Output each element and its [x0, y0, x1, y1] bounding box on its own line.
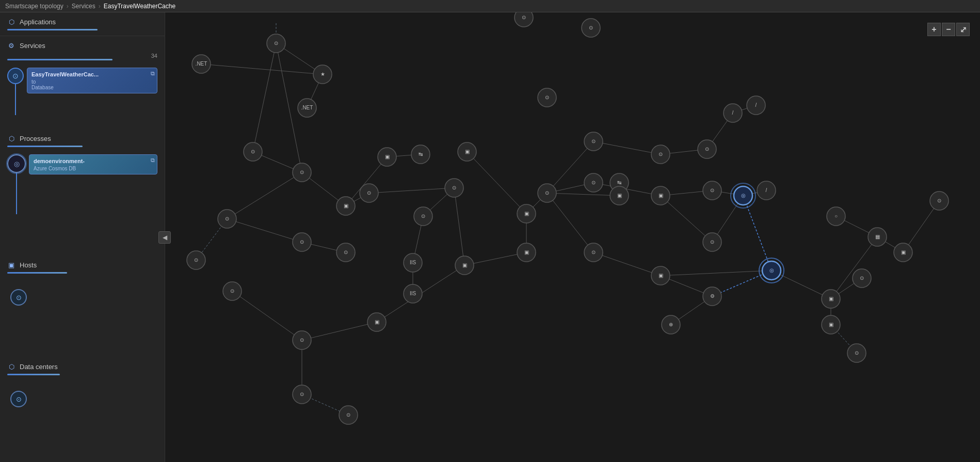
service-ext-link[interactable]: ⧉ — [151, 70, 155, 77]
topology-node-n7[interactable]: ⊙ — [244, 142, 262, 161]
svg-text:⊙: ⊙ — [522, 14, 526, 20]
breadcrumb-current: EasyTravelWeatherCache — [104, 3, 175, 10]
topology-node-n29[interactable]: ▣ — [517, 243, 536, 262]
topology-node-n15[interactable]: ▣ — [378, 148, 396, 166]
svg-text:▣: ▣ — [375, 319, 379, 325]
topology-node-n3[interactable]: .NET — [192, 55, 211, 73]
topology-node-n54[interactable]: ▣ — [894, 243, 912, 262]
svg-text:◎: ◎ — [769, 267, 774, 273]
topology-node-n6[interactable]: ⊙ — [582, 19, 600, 37]
process-item-demoenvironment[interactable]: ◎ ⧉ demoenvironment- Azure Cosmos DB — [7, 154, 157, 214]
topology-node-n2[interactable]: ★ — [313, 65, 332, 84]
topology-node-n8[interactable]: ⊙ — [293, 163, 311, 182]
breadcrumb: Smartscape topology › Services › EasyTra… — [0, 0, 980, 12]
edge — [547, 193, 593, 252]
topology-node-n19[interactable]: ⊙ — [414, 207, 432, 226]
collapse-sidebar-button[interactable]: ◀ — [158, 231, 171, 244]
zoom-out-button[interactable]: − — [942, 23, 955, 36]
processes-label: Processes — [20, 135, 51, 142]
topology-node-n11[interactable]: ⊙ — [187, 251, 205, 269]
topology-node-n24[interactable]: ⊙ — [339, 406, 358, 424]
topology-node-n22[interactable]: ⊙ — [293, 331, 311, 349]
datacenters-label: Data centers — [20, 363, 58, 371]
topology-node-n5[interactable]: ⊙ — [515, 12, 533, 27]
topology-node-n4[interactable]: .NET — [298, 99, 316, 117]
svg-text:IIS: IIS — [410, 260, 416, 265]
topology-node-n41[interactable]: ⊙ — [703, 233, 721, 251]
topology-node-n38[interactable]: ▣ — [651, 266, 670, 285]
zoom-in-button[interactable]: + — [927, 23, 941, 36]
topology-node-selected-easytravelweathercache[interactable]: ◎ — [731, 183, 756, 208]
process-card-demoenvironment[interactable]: ⧉ demoenvironment- Azure Cosmos DB — [29, 154, 157, 174]
topology-node-n26[interactable]: ▣ — [458, 142, 476, 161]
topology-node-n40[interactable]: ⊙ — [703, 181, 721, 200]
topology-node-n12[interactable]: ⊙ — [293, 233, 311, 251]
svg-text:IIS: IIS — [410, 291, 416, 296]
topology-node-n36[interactable]: ⊙ — [651, 145, 670, 164]
process-ext-link[interactable]: ⧉ — [151, 157, 155, 164]
edge — [227, 219, 302, 242]
process-node-icon[interactable]: ◎ — [7, 154, 26, 173]
topology-node-n27[interactable]: ⊙ — [538, 184, 556, 202]
topology-node-n23[interactable]: ⊙ — [293, 385, 311, 404]
topology-node-n1[interactable]: ⊙ — [267, 34, 285, 53]
svg-text:⊙: ⊙ — [710, 187, 714, 193]
edge — [369, 188, 454, 193]
zoom-fit-button[interactable]: ⤢ — [956, 23, 970, 36]
topology-node-n45[interactable]: / — [724, 104, 742, 122]
topology-node-n13[interactable]: ⊙ — [336, 243, 355, 262]
svg-text:⊙: ⊙ — [300, 239, 304, 245]
svg-text:⊙: ⊙ — [300, 337, 304, 343]
topology-node-n20[interactable]: ▣ — [455, 256, 474, 275]
topology-node-n14[interactable]: ⊙ — [360, 184, 378, 202]
svg-text:⊙: ⊙ — [545, 94, 549, 100]
topology-node-n30[interactable]: IIS — [404, 284, 422, 303]
topology-node-n35[interactable]: ▣ — [610, 186, 629, 205]
topology-node-n49[interactable]: ○ — [827, 207, 845, 226]
topology-node-n43[interactable]: ⚙ — [703, 287, 721, 306]
svg-text:⊙: ⊙ — [344, 249, 348, 255]
topology-node-n55[interactable]: ⊙ — [847, 344, 866, 362]
topology-node-n9[interactable]: ▣ — [336, 197, 355, 215]
breadcrumb-smartscape[interactable]: Smartscape topology — [5, 3, 63, 10]
topology-node-n21[interactable]: ▣ — [367, 313, 386, 331]
datacenters-icon: ⬡ — [7, 362, 15, 371]
topology-node-n44[interactable]: ⊕ — [662, 315, 680, 334]
svg-text:◎: ◎ — [741, 193, 746, 198]
sidebar-services-section: ⚙ Services 34 ⊙ ⧉ EasyTravelWeatherCac..… — [0, 36, 165, 129]
topology-node-n46[interactable]: / — [747, 96, 765, 115]
host-node[interactable]: ⊙ — [10, 289, 27, 306]
svg-text:⊙: ⊙ — [230, 288, 234, 294]
topology-node-selected2-demoenvironment[interactable]: ◎ — [759, 258, 784, 283]
topology-node-n53[interactable]: ▦ — [868, 228, 887, 246]
applications-label: Applications — [20, 18, 56, 26]
topology-node-n50[interactable]: ▣ — [822, 290, 840, 308]
topology-node-n10[interactable]: ⊙ — [218, 210, 236, 228]
sidebar: ◀ ⬡ Applications ⚙ Services 34 ⊙ ⧉ EasyT… — [0, 12, 165, 462]
datacenter-node[interactable]: ⊙ — [10, 391, 27, 407]
svg-text:/: / — [732, 110, 734, 116]
breadcrumb-services[interactable]: Services — [72, 3, 95, 10]
process-card-subtitle: Azure Cosmos DB — [34, 166, 153, 171]
topology-node-n28[interactable]: ▣ — [517, 204, 536, 223]
topology-node-n51[interactable]: ⊙ — [853, 269, 871, 288]
topology-node-n16[interactable]: IIS — [404, 253, 422, 272]
applications-bar — [7, 29, 98, 30]
topology-node-n37[interactable]: ▣ — [651, 186, 670, 205]
svg-text:⊙: ⊙ — [421, 213, 425, 219]
topology-node-n47[interactable]: / — [757, 181, 776, 200]
topology-canvas[interactable]: + − ⤢ — [165, 12, 980, 462]
topology-node-n57[interactable]: ⊙ — [538, 88, 556, 107]
topology-node-n25[interactable]: ⊙ — [223, 282, 242, 300]
topology-node-n33[interactable]: ⊙ — [584, 173, 603, 192]
topology-node-n56[interactable]: ⊙ — [930, 192, 949, 210]
topology-node-n31[interactable]: ⊙ — [584, 132, 603, 151]
service-item-easytravelweathercache[interactable]: ⊙ ⧉ EasyTravelWeatherCac... toDatabase — [7, 68, 157, 115]
svg-text:▣: ▣ — [462, 262, 467, 268]
topology-node-n34[interactable]: ⊙ — [584, 243, 603, 262]
service-card-easytravelweathercache[interactable]: ⧉ EasyTravelWeatherCac... toDatabase — [27, 68, 157, 93]
topology-node-n52[interactable]: ▣ — [822, 315, 840, 334]
topology-node-n39[interactable]: ⊙ — [698, 140, 716, 158]
topology-node-n18[interactable]: ⊙ — [445, 179, 463, 197]
topology-node-n17[interactable]: ↹ — [411, 145, 430, 164]
